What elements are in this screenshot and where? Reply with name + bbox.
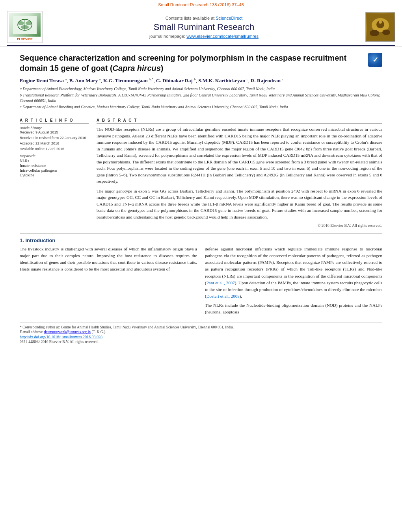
intro-left-col: The livestock industry is challenged wit… — [20, 246, 197, 317]
cite-pant: Pant et al., 2007 — [207, 280, 235, 285]
introduction-body: The livestock industry is challenged wit… — [20, 246, 382, 317]
section-divider-2 — [20, 233, 382, 234]
crossmark-icon: ✓ — [368, 53, 382, 67]
history-label: Article history: — [20, 126, 89, 130]
corresponding-note: * Corresponding author at: Centre for An… — [20, 325, 382, 329]
article-info-header: A R T I C L E I N F O — [20, 118, 89, 124]
header-row: ELSEVIER Contents lists available at Sci… — [0, 9, 402, 45]
author-dhinakar: G. Dhinakar Raj — [156, 78, 193, 83]
sciencedirect-link[interactable]: ScienceDirect — [216, 16, 242, 20]
svg-point-4 — [26, 21, 32, 25]
copyright-line: © 2016 Elsevier B.V. All rights reserved… — [97, 223, 382, 228]
received-revised-date: Received in revised form 22 January 2016 — [20, 136, 89, 140]
svg-point-5 — [21, 25, 29, 29]
intro-left-p1: The livestock industry is challenged wit… — [20, 246, 197, 272]
abstract-header: A B S T R A C T — [97, 118, 382, 124]
author-treasa: Eugine Remi Treasa — [20, 78, 64, 83]
affiliation-b: b Translational Research Platform for Ve… — [20, 93, 382, 104]
received-date: Received 9 August 2015 — [20, 130, 89, 134]
crossmark-badge[interactable]: ✓ — [368, 53, 382, 67]
accepted-date: Accepted 22 March 2016 — [20, 141, 89, 145]
keywords-section: Keywords: NLRs Innate resistance Intra-c… — [20, 154, 89, 177]
page-header: Small Ruminant Research 138 (2016) 37–45… — [0, 0, 402, 46]
introduction-title: 1. Introduction — [20, 237, 382, 243]
elsevier-logo-image — [9, 13, 41, 37]
journal-title-header: Small Ruminant Research — [47, 22, 361, 32]
cite-dostert: Dostert et al., 2008 — [207, 294, 240, 298]
article-body: Sequence characterization and screening … — [0, 46, 402, 352]
available-date: Available online 1 April 2016 — [20, 147, 89, 151]
abstract-column: A B S T R A C T The NOD-like receptors (… — [97, 118, 382, 228]
svg-point-3 — [18, 21, 24, 25]
email-label: E-mail address: — [20, 330, 43, 334]
keyword-nlrs: NLRs — [20, 159, 89, 163]
author-ann-mary: B. Ann Mary — [69, 78, 98, 83]
affiliation-a: a Department of Animal Biotechnology, Ma… — [20, 86, 382, 92]
elsevier-text: ELSEVIER — [9, 37, 41, 41]
author-rajendran: R. Rajendran — [251, 78, 281, 83]
svg-point-9 — [370, 30, 379, 36]
article-title-row: Sequence characterization and screening … — [20, 53, 382, 73]
affiliations: a Department of Animal Biotechnology, Ma… — [20, 86, 382, 110]
contents-available: Contents lists available at ScienceDirec… — [47, 16, 361, 20]
email-link[interactable]: tirumurugaank@tanuvas.org.in — [44, 330, 91, 334]
abstract-paragraph-2: The major genotype in exon 5 was GG acro… — [97, 188, 382, 221]
section-divider-1 — [20, 114, 382, 114]
journal-label: Small Ruminant Research 138 (2016) 37–45 — [0, 2, 402, 7]
author-karthickeyan: S.M.K. Karthickeyan — [198, 78, 245, 83]
svg-point-11 — [379, 20, 382, 24]
intro-right-col: defense against microbial infections whi… — [205, 246, 382, 317]
doi-link[interactable]: http://dx.doi.org/10.1016/j.smallrumres.… — [20, 335, 382, 339]
info-abstract-section: A R T I C L E I N F O Article history: R… — [20, 118, 382, 228]
homepage-link[interactable]: www.elsevier.com/locate/smallrumres — [186, 34, 259, 39]
footer-issn: 0921-4488/© 2016 Elsevier B.V. All right… — [20, 340, 382, 344]
authors: Eugine Remi Treasa a, B. Ann Mary a, K.G… — [20, 77, 382, 84]
journal-thumbnail — [365, 12, 395, 42]
journal-thumb-image — [365, 12, 395, 42]
journal-homepage: journal homepage: www.elsevier.com/locat… — [47, 34, 361, 39]
elsevier-logo: ELSEVIER — [7, 11, 43, 43]
keyword-cytokine: Cytokine — [20, 173, 89, 177]
article-title: Sequence characterization and screening … — [20, 53, 364, 73]
intro-right-p1: defense against microbial infections whi… — [205, 246, 382, 299]
header-divider — [7, 45, 395, 46]
email-note: E-mail address: tirumurugaank@tanuvas.or… — [20, 330, 382, 334]
article-info-column: A R T I C L E I N F O Article history: R… — [20, 118, 89, 228]
keyword-innate: Innate resistance — [20, 163, 89, 168]
header-center: Contents lists available at ScienceDirec… — [43, 16, 365, 39]
author-tirumurugaan: K.G. Tirumurugaan — [103, 78, 148, 83]
abstract-paragraph-1: The NOD-like receptors (NLRs) are a grou… — [97, 126, 382, 185]
svg-point-10 — [382, 30, 390, 35]
article-footer: * Corresponding author at: Centre for An… — [20, 323, 382, 344]
intro-right-p2: The NLRs include the Nucleotide-binding … — [205, 302, 382, 315]
affiliation-c: c Department of Animal Breeding and Gene… — [20, 104, 382, 110]
keywords-label: Keywords: — [20, 154, 89, 158]
keyword-intra: Intra-cellular pathogens — [20, 168, 89, 172]
email-suffix: (T. K.G.). — [91, 330, 106, 334]
introduction-section: 1. Introduction The livestock industry i… — [20, 237, 382, 317]
